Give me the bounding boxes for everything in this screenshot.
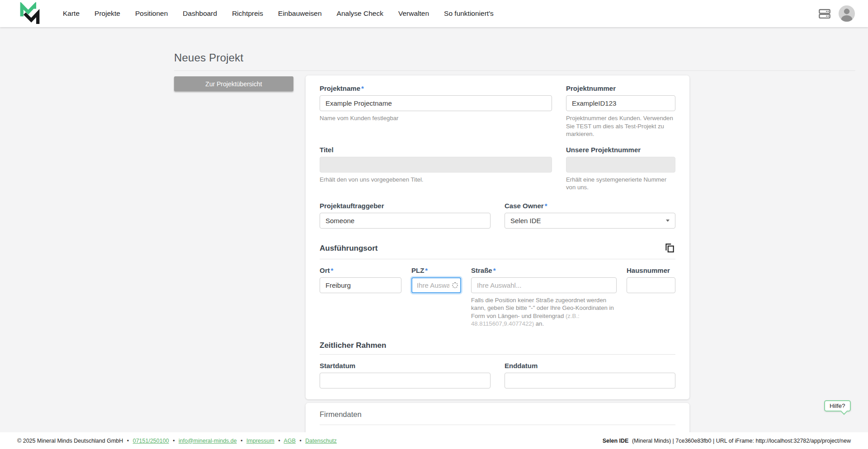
nav-item-einbauweisen[interactable]: Einbauweisen [278,9,322,18]
projektname-label: Projektname* [320,84,552,92]
case-owner-select[interactable]: Selen IDE [505,213,675,229]
projektnummer-input[interactable] [566,95,675,111]
nav-item-positionen[interactable]: Positionen [135,9,168,18]
firmendaten-title: Firmendaten [320,410,675,419]
mineral-minds-logo-icon[interactable] [18,2,42,25]
projektname-input[interactable] [320,95,552,111]
main-nav: Karte Projekte Positionen Dashboard Rich… [63,9,494,18]
unsere-projektnummer-helper: Erhält eine systemgenerierte Nummer von … [566,176,675,192]
footer-link-impressum[interactable]: Impressum [246,438,274,444]
required-asterisk: * [425,267,428,274]
strasse-helper: Falls die Position keiner Straße zugeord… [471,296,617,328]
project-form-card: Projektname* Name vom Kunden festlegbar … [306,75,689,399]
copy-icon[interactable] [664,242,675,254]
projektauftraggeber-input[interactable] [320,213,491,229]
page-title: Neues Projekt [174,51,243,64]
titel-label: Titel [320,146,552,154]
nav-item-verwalten[interactable]: Verwalten [398,9,429,18]
server-icon[interactable] [818,7,831,20]
unsere-projektnummer-input [566,157,675,173]
topbar-actions [818,5,855,22]
section-zeitlicher-rahmen: Zeitlicher Rahmen [320,341,675,350]
required-asterisk: * [545,202,547,210]
required-asterisk: * [493,267,496,274]
app-window: Karte Projekte Positionen Dashboard Rich… [0,0,868,449]
section-divider [320,425,675,425]
ort-input[interactable] [320,277,401,293]
strasse-label: Straße* [471,267,617,274]
titel-input [320,157,552,173]
startdatum-label: Startdatum [320,362,491,369]
row-adresse: Ort* PLZ* Straße* Falls die Position kei… [320,267,675,328]
section-divider [320,354,675,355]
nav-item-richtpreis[interactable]: Richtpreis [232,9,263,18]
footer: © 2025 Mineral Minds Deutschland GmbH • … [0,432,868,449]
nav-item-karte[interactable]: Karte [63,9,80,18]
required-asterisk: * [361,84,364,92]
required-asterisk: * [331,267,334,274]
footer-link-email[interactable]: info@mineral-minds.de [179,438,237,444]
strasse-input[interactable] [471,277,617,293]
top-navigation-bar: Karte Projekte Positionen Dashboard Rich… [0,0,868,27]
row-auftraggeber: Projektauftraggeber Case Owner* Selen ID… [320,202,675,229]
case-owner-value: Selen IDE [510,217,541,224]
title-divider [174,70,855,71]
help-button[interactable]: Hilfe? [824,400,851,412]
nav-item-analyse-check[interactable]: Analyse Check [337,9,383,18]
hausnummer-label: Hausnummer [627,267,675,274]
loading-spinner-icon [452,282,458,288]
logo-glyph [18,2,42,25]
projektnummer-label: Projektnummer [566,84,675,92]
nav-item-dashboard[interactable]: Dashboard [183,9,217,18]
footer-link-agb[interactable]: AGB [284,438,296,444]
session-info: Selen IDE (Mineral Minds) | 7ce360e83fb0… [603,438,851,444]
footer-legal: © 2025 Mineral Minds Deutschland GmbH • … [17,438,337,444]
chevron-down-icon [666,220,670,222]
section-ausfuehrungsort: Ausführungsort [320,242,675,255]
projektname-helper: Name vom Kunden festlegbar [320,114,552,122]
row-zeitraum: Startdatum Enddatum [320,362,675,388]
projektauftraggeber-label: Projektauftraggeber [320,202,491,210]
nav-item-so-funktionierts[interactable]: So funktioniert's [444,9,494,18]
row-projektname: Projektname* Name vom Kunden festlegbar … [320,84,675,138]
ort-label: Ort* [320,267,401,274]
case-owner-label: Case Owner* [505,202,675,210]
section-divider [320,259,675,259]
unsere-projektnummer-label: Unsere Projektnummer [566,146,675,154]
user-avatar-icon[interactable] [838,5,855,22]
copyright-text: © 2025 Mineral Minds Deutschland GmbH [17,438,123,444]
row-titel: Titel Erhält den von uns vorgegebenen Ti… [320,146,675,192]
startdatum-input[interactable] [320,373,491,388]
zeitlicher-rahmen-title: Zeitlicher Rahmen [320,341,386,350]
ausfuehrungsort-title: Ausführungsort [320,244,377,253]
footer-link-datenschutz[interactable]: Datenschutz [305,438,336,444]
session-user: Selen IDE [603,438,629,444]
session-details: (Mineral Minds) | 7ce360e83fb0 | URL of … [632,438,851,444]
zur-projektuebersicht-button[interactable]: Zur Projektübersicht [174,76,293,91]
nav-item-projekte[interactable]: Projekte [94,9,120,18]
plz-label: PLZ* [411,267,461,274]
footer-link-phone[interactable]: 07151/250100 [133,438,169,444]
enddatum-input[interactable] [505,373,675,388]
projektnummer-helper: Projektnummer des Kunden. Verwenden Sie … [566,114,675,138]
titel-helper: Erhält den von uns vorgegebenen Titel. [320,176,552,184]
enddatum-label: Enddatum [505,362,675,369]
hausnummer-input[interactable] [627,277,675,293]
